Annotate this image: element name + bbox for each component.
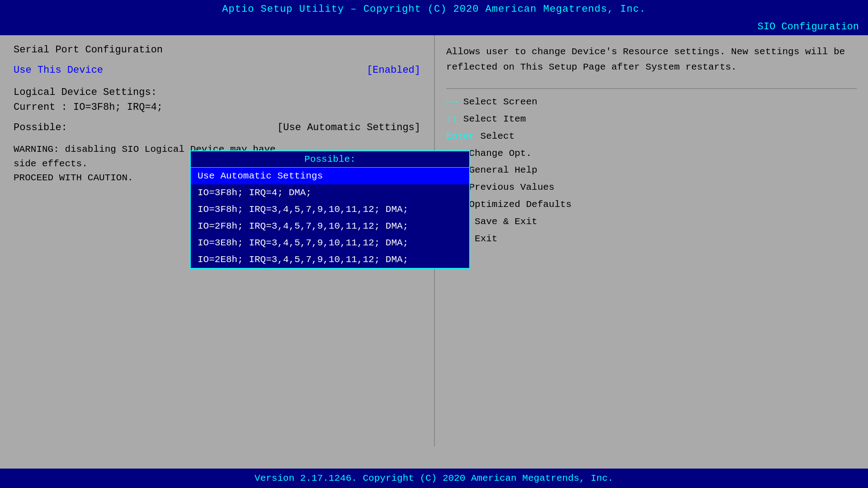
use-device-row: Use This Device [Enabled] (14, 65, 420, 76)
key-help: ←→ Select Screen ↑↓ Select Item Enter Se… (446, 94, 857, 247)
title-text: Aptio Setup Utility – Copyright (C) 2020… (222, 4, 646, 15)
key-change-opt: +/- Change Opt. (446, 145, 857, 162)
section-header: SIO Configuration (0, 19, 868, 35)
dropdown-items: Use Automatic SettingsIO=3F8h; IRQ=4; DM… (191, 168, 469, 268)
footer-text: Version 2.17.1246. Copyright (C) 2020 Am… (255, 473, 613, 483)
right-divider (446, 88, 857, 89)
help-text: Allows user to change Device's Resource … (446, 44, 857, 75)
key-select-item: ↑↓ Select Item (446, 111, 857, 128)
title-bar: Aptio Setup Utility – Copyright (C) 2020… (0, 0, 868, 19)
right-panel: Allows user to change Device's Resource … (435, 35, 868, 446)
dropdown-item-0[interactable]: Use Automatic Settings (191, 168, 469, 184)
dropdown-item-3[interactable]: IO=2F8h; IRQ=3,4,5,7,9,10,11,12; DMA; (191, 218, 469, 235)
key-select-screen: ←→ Select Screen (446, 94, 857, 111)
dropdown-title: Possible: (191, 151, 469, 168)
use-device-value: [Enabled] (367, 65, 420, 76)
possible-label: Possible: (14, 122, 67, 133)
possible-row: Possible: [Use Automatic Settings] (14, 122, 420, 133)
serial-port-title: Serial Port Configuration (14, 44, 420, 56)
possible-value[interactable]: [Use Automatic Settings] (277, 122, 420, 133)
dropdown-popup[interactable]: Possible: Use Automatic SettingsIO=3F8h;… (190, 150, 470, 269)
dropdown-item-4[interactable]: IO=3E8h; IRQ=3,4,5,7,9,10,11,12; DMA; (191, 235, 469, 251)
dropdown-item-2[interactable]: IO=3F8h; IRQ=3,4,5,7,9,10,11,12; DMA; (191, 201, 469, 218)
use-device-label[interactable]: Use This Device (14, 65, 103, 76)
key-f10: F10: Save & Exit (446, 213, 857, 230)
key-enter: Enter Select (446, 128, 857, 145)
section-title: SIO Configuration (758, 21, 859, 33)
left-panel: Serial Port Configuration Use This Devic… (0, 35, 434, 446)
bottom-footer: Version 2.17.1246. Copyright (C) 2020 Am… (0, 469, 868, 488)
key-f1: F1: General Help (446, 162, 857, 179)
key-f2: F2: Previous Values (446, 179, 857, 196)
logical-device-label: Logical Device Settings: (14, 87, 420, 98)
main-layout: Serial Port Configuration Use This Devic… (0, 35, 868, 446)
dropdown-item-1[interactable]: IO=3F8h; IRQ=4; DMA; (191, 184, 469, 201)
key-esc: ESC: Exit (446, 230, 857, 248)
dropdown-item-5[interactable]: IO=2E8h; IRQ=3,4,5,7,9,10,11,12; DMA; (191, 251, 469, 268)
current-settings: Current : IO=3F8h; IRQ=4; (14, 102, 420, 113)
key-f9: F9: Optimized Defaults (446, 196, 857, 213)
